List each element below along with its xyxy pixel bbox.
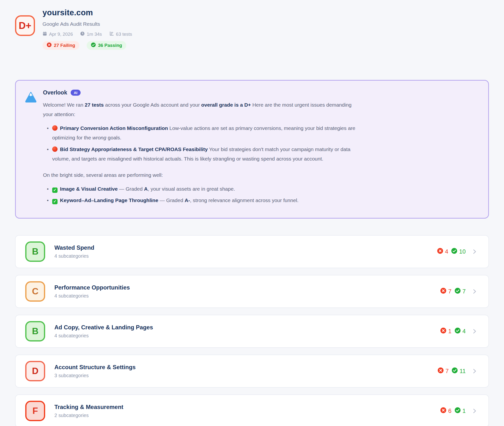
x-circle-icon [437,248,443,256]
audit-duration: 1m 34s [80,31,102,37]
tests-count: 63 tests [109,31,132,37]
x-circle-icon [440,288,446,295]
overlook-summary-card: Overlook AI Welcome! We ran 27 tests acr… [15,80,489,219]
category-subtitle: 2 subcategories [54,413,431,418]
summary-badges: 27 Failing 36 Passing [42,41,132,50]
bright-title: Image & Visual Creative [60,186,118,192]
check-circle-icon [454,327,461,335]
passing-count: 4 [462,328,466,335]
urgent-issue-item: Bid Strategy Appropriateness & Target CP… [52,145,359,164]
x-circle-icon [437,367,444,375]
category-grade-badge: F [25,401,45,421]
category-subtitle: 3 subcategories [54,373,428,378]
issue-title: Primary Conversion Action Misconfigurati… [60,125,168,131]
urgent-issues-list: Primary Conversion Action Misconfigurati… [43,124,359,164]
passing-count: 7 [462,288,466,295]
category-subtitle: 4 subcategories [54,333,431,339]
urgent-issue-item: Primary Conversion Action Misconfigurati… [52,124,359,143]
chevron-right-icon[interactable] [471,368,477,374]
bright-side-item: ✓Keyword–Ad–Landing Page Throughline — G… [52,196,359,205]
category-card-wasted-spend[interactable]: B Wasted Spend 4 subcategories 4 10 [15,235,489,268]
failing-count: 7 [448,288,451,295]
category-card-tracking-measurement[interactable]: F Tracking & Measurement 2 subcategories… [15,394,489,426]
passing-count: 10 [459,248,466,255]
clock-icon [80,31,85,37]
mountain-icon [25,89,37,207]
category-list: B Wasted Spend 4 subcategories 4 10 C Pe… [15,235,489,426]
calendar-icon [42,31,47,37]
bar-chart-icon [109,31,114,37]
failing-count: 7 [445,368,449,375]
failing-count: 1 [448,328,451,335]
chevron-right-icon[interactable] [471,408,477,414]
overlook-title: Overlook [43,89,67,96]
chevron-right-icon[interactable] [471,328,477,334]
category-card-performance-opportunities[interactable]: C Performance Opportunities 4 subcategor… [15,275,489,308]
category-title: Ad Copy, Creative & Landing Pages [54,324,431,331]
category-title: Tracking & Measurement [54,404,431,410]
green-check-emoji: ✓ [52,187,58,193]
passing-count: 1 [462,408,466,414]
page-title: yoursite.com [42,8,132,17]
category-title: Performance Opportunities [54,284,431,291]
category-grade-badge: D [25,361,45,381]
category-title: Account Structure & Settings [54,364,428,371]
issue-title: Bid Strategy Appropriateness & Target CP… [60,146,208,152]
check-circle-icon [91,42,96,49]
category-grade-badge: C [25,281,45,302]
green-check-emoji: ✓ [52,199,58,204]
red-circle-emoji [52,125,58,131]
failing-badge: 27 Failing [42,41,79,50]
failing-count: 6 [448,408,451,414]
category-title: Wasted Spend [54,244,428,251]
category-grade-badge: B [25,321,45,341]
x-circle-icon [47,42,52,49]
header: D+ yoursite.com Google Ads Audit Results… [15,8,489,50]
category-card-ad-copy-creative-landing-pages[interactable]: B Ad Copy, Creative & Landing Pages 4 su… [15,315,489,348]
check-circle-icon [452,367,458,375]
overlook-intro: Welcome! We ran 27 tests across your Goo… [43,100,359,119]
category-subtitle: 4 subcategories [54,293,431,299]
passing-count: 11 [460,368,466,375]
check-circle-icon [454,288,461,295]
audit-meta-row: Apr 9, 2026 1m 34s 63 tests [42,31,132,37]
category-grade-badge: B [25,241,45,262]
category-card-account-structure-settings[interactable]: D Account Structure & Settings 3 subcate… [15,355,489,388]
x-circle-icon [440,407,446,415]
chevron-right-icon[interactable] [471,289,477,294]
x-circle-icon [440,327,446,335]
chevron-right-icon[interactable] [471,249,477,255]
bright-side-list: ✓Image & Visual Creative — Graded A, you… [43,184,359,205]
audit-date: Apr 9, 2026 [42,31,73,37]
red-circle-emoji [52,146,58,152]
ai-badge: AI [71,90,81,96]
audit-results-page: D+ yoursite.com Google Ads Audit Results… [0,0,504,426]
bright-side-intro: On the bright side, several areas are pe… [43,170,359,180]
page-subtitle: Google Ads Audit Results [42,21,132,27]
passing-badge: 36 Passing [87,41,126,50]
check-circle-icon [451,248,457,256]
category-subtitle: 4 subcategories [54,253,428,259]
bright-title: Keyword–Ad–Landing Page Throughline [60,197,158,203]
overall-grade-badge: D+ [15,15,35,36]
check-circle-icon [454,407,461,415]
failing-count: 4 [445,248,448,255]
bright-side-item: ✓Image & Visual Creative — Graded A, you… [52,184,359,194]
